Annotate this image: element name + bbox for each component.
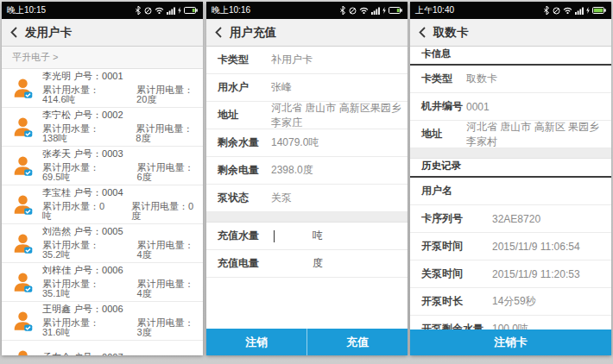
field-row-pump-duration: 开泵时长 14分59秒 (410, 288, 611, 316)
page-title: 取数卡 (433, 25, 469, 41)
field-value: 2015/11/9 11:06:54 (492, 241, 580, 253)
field-value: 14079.0吨 (271, 135, 319, 150)
field-label: 泵状态 (218, 191, 271, 205)
back-button[interactable] (419, 27, 426, 38)
user-name-account: 张孝天 户号：0003 (42, 149, 198, 159)
status-bar: 晚上10:16 (206, 2, 408, 19)
nav-header: 取数卡 (410, 19, 611, 47)
field-row-pump-status: 泵状态 关泵 (206, 185, 408, 212)
page-title: 用户充值 (230, 25, 276, 41)
bluetooth-icon (543, 6, 550, 15)
user-water-total: 累计用水量：35.2吨 (42, 241, 114, 260)
user-list-item[interactable]: 刘梓佳 户号：0006 累计用水量：35.1吨累计用电量：4度 (2, 263, 203, 302)
bluetooth-icon (339, 6, 346, 15)
field-row-remaining-power: 剩余电量 2398.0度 (206, 157, 408, 185)
field-label: 剩余电量 (218, 163, 271, 178)
phone-screen-data-card: 上午10:40 取数卡 卡信息 卡类型 取数卡 机井编号 0001 (410, 2, 611, 355)
nav-header: 发用户卡 (2, 19, 203, 47)
section-divider (410, 148, 611, 159)
field-value: 2398.0度 (271, 163, 313, 178)
user-power-total: 累计用电量：20度 (136, 85, 198, 104)
charging-bolt-icon (382, 7, 386, 14)
mute-icon (553, 7, 560, 15)
status-icons (543, 6, 606, 15)
user-water-total: 累计用水量：31.6吨 (42, 318, 114, 337)
charging-bolt-icon (178, 7, 181, 14)
user-name-account: 李光明 户号：0001 (42, 72, 198, 81)
field-value: 取数卡 (466, 72, 497, 86)
field-row-username: 用户名 (410, 178, 611, 205)
user-avatar-icon (12, 194, 34, 216)
user-list-item[interactable]: 李宝桂 户号：0004 累计用水量：0吨累计用电量：0度 (2, 185, 203, 224)
user-power-total: 累计用电量：3度 (136, 318, 198, 337)
status-icons (135, 6, 198, 15)
user-power-total: 累计用电量：8度 (136, 124, 198, 143)
status-time: 晚上10:16 (212, 4, 250, 16)
section-header-card-info: 卡信息 (410, 47, 611, 66)
field-label: 地址 (218, 108, 271, 122)
user-power-total: 累计用电量：6度 (136, 163, 198, 182)
user-name-account: 王明鑫 户号：0006 (42, 304, 198, 314)
back-button[interactable] (10, 27, 17, 38)
field-label: 关泵时间 (421, 267, 492, 281)
recharge-button[interactable]: 充值 (306, 329, 408, 355)
field-value: 0001 (466, 101, 490, 113)
field-label: 开泵时间 (421, 239, 492, 254)
field-value: 关泵 (271, 191, 292, 205)
field-value: 河北省 唐山市 高新区 果园乡 李家村 (466, 120, 611, 149)
back-button[interactable] (215, 27, 222, 38)
status-time: 上午10:40 (415, 4, 454, 16)
unit-label: 吨 (313, 229, 323, 243)
field-row-card-serial: 卡序列号 32AE8720 (410, 205, 611, 233)
field-row-card-type: 卡类型 取数卡 (410, 66, 611, 93)
section-divider (206, 212, 408, 223)
mute-icon (349, 7, 357, 15)
user-water-total: 累计用水量：0吨 (42, 202, 109, 221)
breadcrumb[interactable]: 平升电子 > (2, 47, 203, 69)
screenshot-canvas: 晚上10:15 发用户卡 平升电子 > 李光明 户号：0001 (0, 0, 613, 364)
user-list-item[interactable]: 刘浩然 户号：0005 累计用水量：35.2吨累计用电量：4度 (2, 224, 203, 263)
page-title: 发用户卡 (25, 25, 72, 41)
field-row-well-number: 机井编号 0001 (410, 93, 611, 121)
user-list-item[interactable]: 王明鑫 户号：0006 累计用水量：31.6吨累计用电量：3度 (2, 302, 203, 341)
user-water-total: 累计用水量：414.6吨 (42, 85, 114, 104)
signal-icon (371, 7, 380, 15)
user-list: 李光明 户号：0001 累计用水量：414.6吨累计用电量：20度 李宁松 户号… (2, 69, 203, 355)
field-label: 用户名 (421, 184, 492, 198)
user-list-item[interactable]: 李光明 户号：0001 累计用水量：414.6吨累计用电量：20度 (2, 69, 203, 108)
user-name-account: 刘梓佳 户号：0006 (42, 266, 198, 275)
field-row-card-type: 卡类型 补用户卡 (206, 47, 408, 74)
back-chevron-icon (419, 27, 426, 38)
field-value: 14分59秒 (492, 294, 536, 309)
input-row-recharge-power[interactable]: 充值电量 度 (206, 250, 408, 278)
field-label: 卡类型 (218, 53, 271, 67)
wifi-icon (155, 7, 164, 14)
nav-header: 用户充值 (206, 19, 408, 47)
field-label: 剩余水量 (218, 135, 271, 150)
wifi-icon (563, 7, 572, 14)
user-avatar-icon (12, 233, 34, 254)
field-value: 32AE8720 (492, 213, 540, 225)
input-label: 充值水量 (218, 229, 271, 243)
phone-screen-recharge: 晚上10:16 用户充值 卡类型 补用户卡 用水户 张峰 (206, 2, 408, 355)
field-row-remaining-water: 剩余水量 14079.0吨 (206, 129, 408, 157)
field-label: 地址 (421, 127, 466, 141)
cancel-card-button[interactable]: 注销 (206, 329, 306, 355)
bluetooth-icon (135, 6, 142, 15)
bottom-action-bar: 注销 充值 (206, 329, 408, 355)
user-list-item[interactable]: 李宁松 户号：0002 累计用水量：138吨累计用电量：8度 (2, 108, 203, 147)
status-icons (339, 6, 402, 15)
user-avatar-icon (12, 116, 34, 138)
field-label: 开泵时长 (421, 294, 492, 309)
field-row-address: 地址 河北省 唐山市 高新区 果园乡 李家村 (410, 121, 611, 148)
user-water-total: 累计用水量：35.1吨 (42, 279, 114, 298)
user-list-item[interactable]: 张孝天 户号：0003 累计用水量：69.5吨累计用电量：6度 (2, 147, 203, 185)
user-power-total: 累计用电量：4度 (136, 279, 198, 298)
battery-full-icon (592, 7, 606, 14)
cancel-card-button[interactable]: 注销卡 (410, 329, 611, 355)
user-list-item[interactable]: 孟友全 户号：0007 (2, 341, 203, 355)
user-name-account: 刘浩然 户号：0005 (42, 227, 198, 236)
signal-icon (575, 7, 584, 15)
field-label: 机井编号 (421, 99, 466, 114)
input-row-recharge-water[interactable]: 充值水量 吨 (206, 223, 408, 250)
